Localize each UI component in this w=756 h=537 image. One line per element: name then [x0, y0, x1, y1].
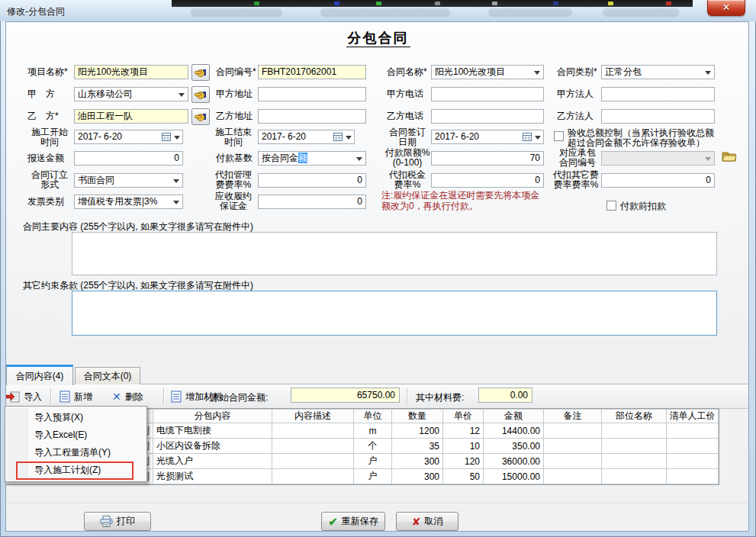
tax-fee-rate-field[interactable]: 0: [431, 173, 544, 188]
table-cell[interactable]: [544, 454, 602, 469]
table-header-cell[interactable]: 单价: [443, 410, 484, 423]
end-time-date-picker[interactable]: 2017- 6-20: [258, 130, 355, 144]
party-a-legal-field[interactable]: [601, 87, 715, 101]
pay-base-combo[interactable]: 按合同金额: [258, 151, 366, 166]
menu-item-import-budget[interactable]: 导入预算(X): [5, 409, 146, 426]
table-header-cell[interactable]: 清单人工价: [667, 410, 719, 423]
invoice-type-combo[interactable]: 增值税专用发票|3%: [74, 195, 183, 209]
table-header-cell[interactable]: 内容描述: [272, 410, 354, 423]
table-cell[interactable]: 36000.00: [484, 454, 544, 469]
table-cell[interactable]: [602, 454, 667, 469]
main-content-textarea[interactable]: [72, 232, 717, 275]
table-header-cell[interactable]: 分包内容: [153, 410, 272, 423]
deposit-field[interactable]: 0: [258, 195, 366, 209]
party-a-combo[interactable]: 山东移动公司: [74, 87, 188, 101]
table-cell[interactable]: [272, 423, 354, 439]
add-row-button[interactable]: 新增: [60, 387, 92, 406]
table-header-cell[interactable]: 备注: [544, 410, 602, 423]
chevron-down-icon: [705, 71, 711, 75]
table-cell[interactable]: 120: [443, 454, 484, 469]
table-cell[interactable]: [602, 469, 667, 484]
party-a-picker-button[interactable]: [191, 86, 210, 103]
table-cell[interactable]: 300: [392, 454, 443, 469]
table-cell[interactable]: 14400.00: [484, 423, 544, 439]
project-name-field[interactable]: 阳光100光改项目: [74, 65, 188, 79]
table-header-cell[interactable]: 金额: [484, 410, 544, 423]
party-b-addr-field[interactable]: [258, 109, 366, 124]
contract-name-combo[interactable]: 阳光100光改项目: [431, 65, 544, 79]
tab-contract-text[interactable]: 合同文本(0): [75, 367, 140, 384]
contract-no-field[interactable]: FBHT2017062001: [258, 65, 366, 79]
table-cell[interactable]: 50: [443, 469, 484, 484]
other-terms-textarea[interactable]: [72, 291, 717, 336]
party-a-tel-field[interactable]: [431, 87, 544, 101]
table-cell[interactable]: [272, 439, 354, 454]
contract-form-combo[interactable]: 书面合同: [74, 173, 183, 188]
table-cell[interactable]: [272, 454, 354, 469]
table-cell[interactable]: 350.00: [484, 439, 544, 454]
save-button[interactable]: ✔ 重新保存: [321, 512, 385, 531]
browse-folder-button[interactable]: [722, 150, 737, 166]
close-button[interactable]: ✕: [707, 0, 745, 16]
pay-limit-field[interactable]: 70: [431, 151, 544, 166]
table-cell[interactable]: [602, 423, 667, 439]
contract-type-combo[interactable]: 正常分包: [601, 65, 715, 79]
table-cell[interactable]: 光损测试: [153, 469, 272, 484]
pointing-hand-icon: [195, 89, 207, 100]
other-fee-rate-field[interactable]: 0: [601, 173, 715, 188]
table-cell[interactable]: 小区内设备拆除: [153, 439, 272, 454]
party-b-picker-button[interactable]: [191, 108, 210, 125]
document-icon: [60, 391, 70, 403]
party-b-field[interactable]: 油田工程一队: [74, 109, 188, 124]
chevron-down-icon: [346, 136, 352, 140]
party-a-addr-field[interactable]: [258, 87, 366, 101]
delete-row-button[interactable]: ✕ 删除: [112, 387, 143, 406]
table-header-cell[interactable]: 部位名称: [602, 410, 667, 423]
menu-item-import-construction-plan[interactable]: 导入施工计划(Z): [5, 461, 146, 479]
mgmt-fee-rate-field[interactable]: 0: [258, 173, 366, 188]
table-cell[interactable]: [544, 423, 602, 439]
table-cell[interactable]: [667, 439, 719, 454]
report-amount-field[interactable]: 0: [74, 151, 183, 166]
project-picker-button[interactable]: [191, 64, 210, 81]
pre-pay-deduct-checkbox[interactable]: [606, 201, 616, 211]
menu-item-import-boq[interactable]: 导入工程量清单(Y): [5, 444, 146, 461]
table-cell[interactable]: 35: [392, 439, 443, 454]
start-time-date-picker[interactable]: 2017- 6-20: [74, 130, 183, 144]
print-button[interactable]: 打印: [84, 512, 151, 531]
acceptance-total-control-checkbox[interactable]: [554, 131, 564, 141]
party-a-legal-label: 甲方法人: [557, 89, 594, 99]
table-cell[interactable]: [544, 439, 602, 454]
cancel-button[interactable]: ✘ 取消: [396, 512, 458, 531]
party-b-tel-field[interactable]: [431, 109, 544, 124]
table-cell[interactable]: 10: [443, 439, 484, 454]
table-cell[interactable]: [544, 469, 602, 484]
table-cell[interactable]: 15000.00: [484, 469, 544, 484]
table-cell[interactable]: [602, 439, 667, 454]
chevron-down-icon: [174, 136, 180, 140]
table-header-cell[interactable]: 数量: [392, 410, 443, 423]
table-cell[interactable]: 12: [443, 423, 484, 439]
table-cell[interactable]: m: [354, 423, 392, 439]
table-cell[interactable]: [272, 469, 354, 484]
background-icon: [666, 2, 671, 5]
table-cell[interactable]: 光缆入户: [153, 454, 272, 469]
table-cell[interactable]: 户: [354, 469, 392, 484]
table-cell[interactable]: [667, 454, 719, 469]
table-cell[interactable]: 1200: [392, 423, 443, 439]
table-header-cell[interactable]: 单位: [354, 410, 392, 423]
report-amount-label: 报送金额: [27, 153, 64, 163]
orig-amount-field[interactable]: 65750.00: [291, 387, 400, 403]
sign-date-picker[interactable]: 2017- 6-20: [431, 130, 544, 144]
party-b-legal-field[interactable]: [601, 109, 715, 124]
table-cell[interactable]: 300: [392, 469, 443, 484]
table-cell[interactable]: 户: [354, 454, 392, 469]
table-cell[interactable]: 个: [354, 439, 392, 454]
table-cell[interactable]: 电缆下电割接: [153, 423, 272, 439]
table-cell[interactable]: [667, 469, 719, 484]
menu-item-import-excel[interactable]: 导入Excel(E): [5, 426, 146, 444]
table-cell[interactable]: [667, 423, 719, 439]
material-amount-field[interactable]: 0.00: [478, 387, 532, 403]
import-button[interactable]: 导入: [6, 387, 42, 406]
tab-contract-content[interactable]: 合同内容(4): [6, 365, 73, 385]
